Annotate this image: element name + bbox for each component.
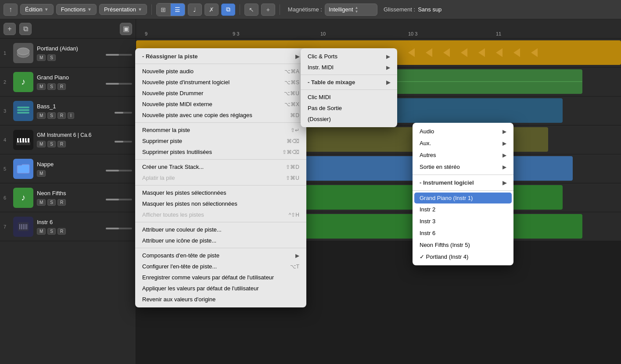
svg-rect-7 [17,112,29,114]
menu-separator [135,64,306,64]
menu-save-defaults[interactable]: Enregistrer comme valeurs par défaut de … [135,272,306,283]
menu-hide-selected[interactable]: Masquer les pistes sélectionnées [135,187,306,198]
menu-instr-midi[interactable]: Instr. MIDI ▶ [301,62,397,73]
solo-button[interactable]: S [47,228,56,235]
submenu-arrow-icon: ▶ [503,152,506,158]
track-row[interactable]: 1 Portland (Aidan) M S [0,39,136,68]
mute-button[interactable]: M [37,199,46,206]
menu-separator [135,159,306,160]
mute-button[interactable]: M [37,112,46,119]
magnetisme-select[interactable]: Intelligent ▲▼ [325,4,377,16]
view-mode-group: ⊞ ☰ [156,3,185,16]
track-info: Grand Piano M S R [37,74,102,90]
glissement-label: Glissement : [384,6,415,13]
solo-button[interactable]: S [47,141,56,147]
menu-portland-instr4[interactable]: ✓ Portland (Instr 4) [413,251,513,263]
mute-button[interactable]: M [37,141,46,147]
menu-audio[interactable]: Audio ▶ [413,125,513,137]
track-row[interactable]: 5 Nappe M [0,154,136,183]
menu-new-midi-ext[interactable]: Nouvelle piste MIDI externe ⌥⌘X [135,99,306,110]
menu-reassign-header[interactable]: - Réassigner la piste ▶ [135,51,306,62]
piano-roll-btn[interactable]: ♩ [188,4,202,16]
score-btn[interactable]: ✗ [205,4,219,16]
menu-neon-fifths-instr5[interactable]: Neon Fifths (Instr 5) [413,239,513,251]
menu-new-audio[interactable]: Nouvelle piste audio ⌥⌘A [135,66,306,77]
track-controls: M S R [37,83,102,90]
menu-configure-header[interactable]: Configurer l'en-tête de piste... ⌥T [135,261,306,272]
record-button[interactable]: R [57,112,66,119]
svg-marker-41 [443,48,450,57]
menu-header-components[interactable]: Composants d'en-tête de piste ▶ [135,250,306,261]
menu-autres[interactable]: Autres ▶ [413,149,513,161]
ruler-mark: 9 3 [233,31,239,36]
solo-button[interactable]: S [47,199,56,206]
svg-marker-44 [496,48,503,57]
presentation-menu[interactable]: Présentation ▼ [99,4,147,15]
menu-revert[interactable]: Revenir aux valeurs d'origine [135,294,306,305]
track-info: Nappe M [37,161,102,177]
minimize-button[interactable]: ▣ [120,23,132,35]
menu-grand-piano-instr1[interactable]: Grand Piano (Instr 1) [414,193,512,203]
list-view-btn[interactable]: ☰ [171,4,185,16]
add-tool-btn[interactable]: + [261,4,275,16]
track-controls: M [37,170,102,177]
menu-instr3[interactable]: Instr 3 [413,215,513,227]
menu-clic-ports[interactable]: Clic & Ports ▶ [301,51,397,62]
solo-button[interactable]: S [47,83,56,90]
track-row[interactable]: 3 Bass_1 M S R I [0,96,136,125]
menu-sortie-stereo[interactable]: Sortie en stéréo ▶ [413,161,513,173]
menu-instr6[interactable]: Instr 6 [413,227,513,239]
track-row[interactable]: 2 ♪ Grand Piano M S R [0,68,136,96]
menu-new-instrument[interactable]: Nouvelle piste d'instrument logiciel ⌥⌘S [135,77,306,88]
add-track-button[interactable]: + [4,23,16,35]
menu-apply-defaults[interactable]: Appliquer les valeurs par défaut de l'ut… [135,283,306,294]
menu-clic-midi[interactable]: Clic MIDI [301,92,397,103]
menu-icon[interactable]: Attribuer une icône de piste... [135,235,306,246]
track-info: Bass_1 M S R I [37,103,111,119]
menu-instrument-logiciel-header[interactable]: - Instrument logiciel ▶ [413,177,513,189]
fonctions-menu[interactable]: Fonctions ▼ [56,4,97,15]
menu-delete[interactable]: Supprimer piste ⌘⌫ [135,136,306,146]
input-button[interactable]: I [68,112,74,119]
solo-button[interactable]: S [47,54,56,61]
mute-button[interactable]: M [37,170,46,177]
grid-view-btn[interactable]: ⊞ [157,4,171,16]
track-row[interactable]: 6 ♪ Neon Fifths M S R [0,183,136,212]
menu-pas-sortie[interactable]: Pas de Sortie [301,103,397,114]
cursor-btn[interactable]: ↖ [244,4,258,16]
menu-separator [301,89,397,90]
menu-hide-unselected[interactable]: Masquer les pistes non sélectionnées [135,198,306,209]
ruler-mark: 10 [320,31,326,36]
mute-button[interactable]: M [37,83,46,90]
divider-3 [280,4,280,15]
menu-create-stack[interactable]: Créer une Track Stack... ⇧⌘D [135,161,306,172]
menu-aux[interactable]: Aux. ▶ [413,137,513,149]
record-button[interactable]: R [57,199,66,206]
menu-dossier[interactable]: (Dossier) [301,114,397,125]
menu-delete-unused[interactable]: Supprimer pistes Inutilisées ⇧⌘⌫ [135,146,306,157]
track-row[interactable]: 7 Instr 6 M S R [0,212,136,241]
record-button[interactable]: R [57,83,66,90]
submenu-arrow-icon: ▶ [503,180,506,186]
menu-instr2[interactable]: Instr 2 [413,203,513,215]
track-name: Bass_1 [37,103,111,110]
edition-menu[interactable]: Édition ▼ [20,4,54,15]
solo-button[interactable]: S [47,112,56,119]
menu-color[interactable]: Attribuer une couleur de piste... [135,224,306,235]
mute-button[interactable]: M [37,54,46,61]
submenu-arrow-icon: ▶ [503,128,506,135]
record-button[interactable]: R [57,228,66,235]
menu-separator [413,190,513,191]
menu-rename[interactable]: Renommer la piste ⇧↵ [135,125,306,136]
menu-new-copy[interactable]: Nouvelle piste avec une copie des réglag… [135,110,306,121]
flex-btn[interactable]: ⧉ [221,4,235,16]
track-row[interactable]: 4 GM Instrument 6 | Ca.6 M S R [0,125,136,154]
menu-table-mixage-header[interactable]: - Table de mixage ▶ [301,77,397,88]
record-button[interactable]: R [57,141,66,147]
duplicate-button[interactable]: ⧉ [19,23,32,35]
svg-marker-40 [426,48,432,57]
mute-button[interactable]: M [37,228,46,235]
menu-new-drummer[interactable]: Nouvelle piste Drummer ⌥⌘U [135,88,306,99]
chevron-down-icon: ▼ [44,7,49,12]
back-button[interactable]: ↑ [4,4,18,16]
